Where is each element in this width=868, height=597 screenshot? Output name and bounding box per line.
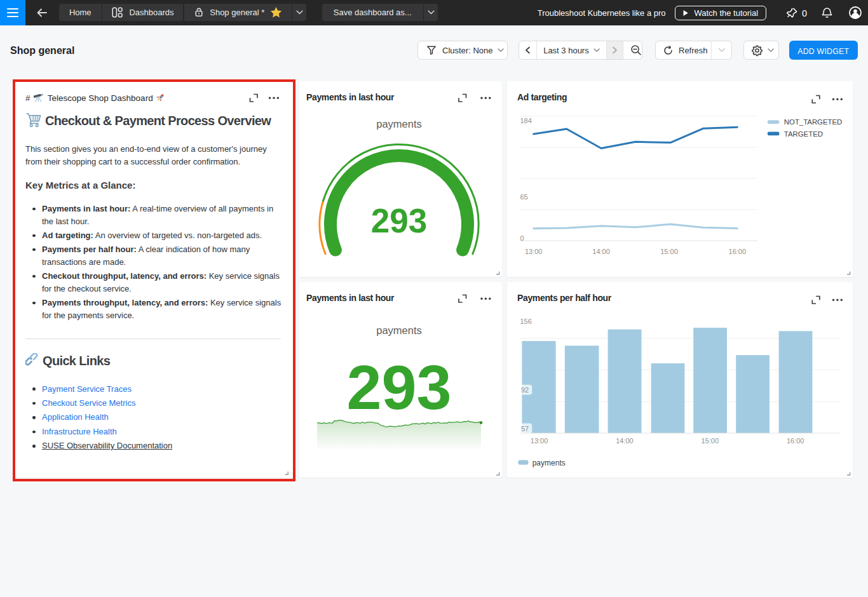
svg-text:15:00: 15:00 (702, 437, 719, 445)
svg-text:13:00: 13:00 (525, 248, 543, 255)
svg-text:293: 293 (371, 202, 427, 239)
svg-text:0: 0 (520, 234, 524, 242)
svg-text:TARGETED: TARGETED (784, 130, 823, 138)
svg-text:293: 293 (346, 352, 451, 422)
svg-text:16:00: 16:00 (729, 248, 747, 255)
svg-text:92: 92 (521, 386, 529, 394)
svg-text:payments: payments (376, 325, 422, 336)
svg-text:184: 184 (520, 117, 532, 124)
svg-text:NOT_TARGETED: NOT_TARGETED (784, 118, 843, 126)
svg-text:payments: payments (532, 459, 566, 467)
svg-text:15:00: 15:00 (660, 248, 678, 255)
svg-text:13:00: 13:00 (531, 437, 548, 445)
svg-text:14:00: 14:00 (616, 437, 634, 445)
svg-text:14:00: 14:00 (592, 248, 610, 255)
svg-text:156: 156 (520, 318, 532, 325)
svg-text:payments: payments (376, 118, 422, 130)
svg-text:16:00: 16:00 (787, 437, 804, 445)
svg-text:57: 57 (521, 425, 529, 433)
svg-text:65: 65 (520, 193, 528, 201)
